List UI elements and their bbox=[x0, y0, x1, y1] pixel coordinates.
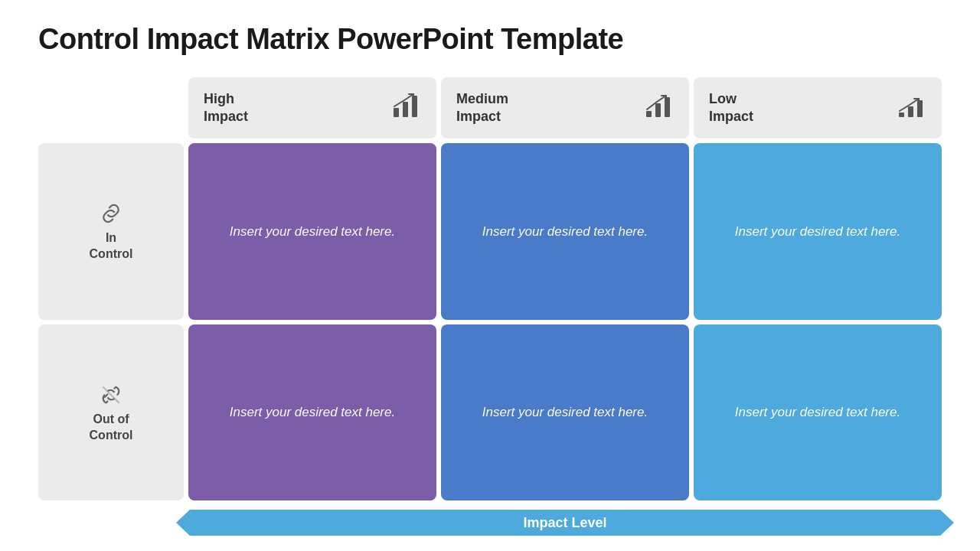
cell-out-of-control-low[interactable]: Insert your desired text here. bbox=[694, 324, 942, 501]
impact-level-arrow-bar: Impact Level bbox=[188, 510, 942, 536]
cell-out-of-control-high[interactable]: Insert your desired text here. bbox=[188, 324, 436, 501]
svg-rect-6 bbox=[899, 112, 904, 117]
link-icon bbox=[97, 200, 125, 230]
impact-level-arrow: Impact Level bbox=[188, 510, 942, 536]
high-impact-chart-icon bbox=[390, 91, 421, 125]
cell-in-control-medium-text: Insert your desired text here. bbox=[482, 222, 648, 242]
impact-level-label: Impact Level bbox=[523, 515, 606, 531]
col-header-low-label: Low Impact bbox=[709, 90, 753, 126]
page: Control Impact Matrix PowerPoint Templat… bbox=[0, 0, 980, 551]
col-header-high-label: High Impact bbox=[204, 90, 248, 126]
col-header-high: High Impact bbox=[188, 77, 436, 139]
svg-rect-4 bbox=[655, 103, 661, 117]
svg-rect-7 bbox=[908, 106, 913, 117]
cell-in-control-low-text: Insert your desired text here. bbox=[735, 222, 900, 242]
medium-impact-chart-icon bbox=[643, 91, 674, 125]
broken-link-icon bbox=[97, 381, 125, 412]
matrix-grid: High Impact Medium Impact bbox=[38, 77, 942, 500]
cell-in-control-high[interactable]: Insert your desired text here. bbox=[188, 143, 436, 320]
cell-in-control-low[interactable]: Insert your desired text here. bbox=[694, 143, 942, 320]
svg-rect-3 bbox=[646, 111, 652, 117]
cell-out-of-control-high-text: Insert your desired text here. bbox=[230, 403, 395, 422]
empty-corner bbox=[38, 77, 184, 139]
cell-out-of-control-low-text: Insert your desired text here. bbox=[735, 403, 900, 422]
row-header-in-control-label: In Control bbox=[90, 230, 133, 262]
row-header-in-control: In Control bbox=[38, 143, 184, 320]
col-header-medium-label: Medium Impact bbox=[456, 90, 508, 126]
row-header-out-of-control-label: Out of Control bbox=[90, 412, 133, 444]
row-header-out-of-control: Out of Control bbox=[38, 324, 184, 501]
cell-in-control-medium[interactable]: Insert your desired text here. bbox=[441, 143, 689, 320]
low-impact-chart-icon bbox=[896, 91, 926, 125]
cell-in-control-high-text: Insert your desired text here. bbox=[230, 222, 395, 242]
col-header-low: Low Impact bbox=[694, 77, 942, 139]
cell-out-of-control-medium-text: Insert your desired text here. bbox=[482, 403, 648, 422]
page-title: Control Impact Matrix PowerPoint Templat… bbox=[38, 23, 942, 56]
svg-rect-0 bbox=[394, 108, 399, 117]
cell-out-of-control-medium[interactable]: Insert your desired text here. bbox=[441, 324, 689, 501]
matrix-container: High Impact Medium Impact bbox=[38, 77, 942, 536]
col-header-medium: Medium Impact bbox=[441, 77, 689, 139]
svg-rect-1 bbox=[403, 102, 408, 117]
